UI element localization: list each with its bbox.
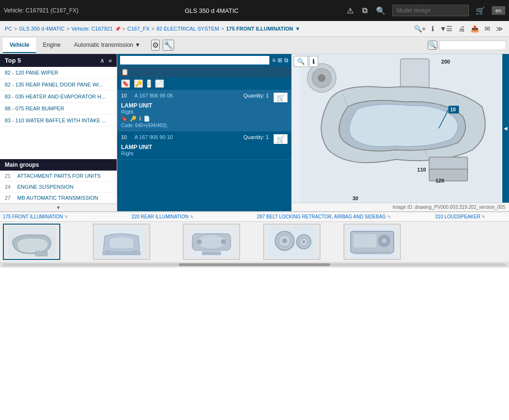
part-icon-info[interactable]: ℹ — [147, 79, 151, 88]
breadcrumb-pc[interactable]: PC — [5, 26, 12, 32]
cart-icon-top[interactable]: 🛒 — [474, 5, 487, 16]
edit-icon-2: ✎ — [387, 215, 391, 219]
top5-expand-icon[interactable]: « — [109, 57, 112, 64]
breadcrumb-electrical[interactable]: 82 ELECTRICAL SYSTEM — [156, 26, 219, 32]
tabs-search-area: 🔍 — [428, 41, 506, 50]
filter-icon[interactable]: ▼☰ — [439, 24, 454, 33]
tabs-bar: Vehicle Engine Automatic transmission ▼ … — [0, 37, 509, 54]
part-icon-bookmark[interactable]: 🔖 — [121, 79, 130, 88]
thumbnail-3[interactable] — [263, 224, 321, 260]
list-item[interactable]: 83 - 110 WATER BAFFLE WITH INTAKE ... — [0, 115, 117, 127]
breadcrumb-vehicle[interactable]: Vehicle: C167921 — [71, 26, 112, 32]
tab-tool-icon-1[interactable]: ⚙ — [151, 40, 160, 51]
center-toolbar: ≡ ⊞ ⧉ — [117, 54, 291, 66]
more-icon[interactable]: ≫ — [495, 24, 504, 33]
print-icon[interactable]: 🖨 — [457, 24, 466, 33]
tab-tool-icon-2[interactable]: 🔧 — [163, 40, 174, 51]
copy-icon[interactable]: ⧉ — [360, 5, 369, 16]
thumb-label-3[interactable]: 310 LOUDSPEAKER ✎ — [432, 214, 489, 219]
part-detail-bookmark[interactable]: 🔖 — [121, 116, 128, 122]
info-diagram-button[interactable]: ℹ — [309, 56, 318, 67]
thumbnail-4[interactable] — [343, 224, 401, 260]
panel-expand-btn[interactable]: ◀ — [502, 54, 509, 203]
grid-view-icon[interactable]: ⊞ — [277, 57, 282, 64]
thumb-label-1[interactable]: 220 REAR ILLUMINATION ✎ — [129, 214, 197, 219]
part-detail-icons-1: 🔖 🔑 ℹ 📄 — [121, 115, 288, 123]
model-search-input[interactable] — [392, 5, 469, 16]
tab-engine[interactable]: Engine — [36, 38, 67, 53]
expand-icon[interactable]: ⧉ — [284, 57, 288, 64]
svg-point-32 — [302, 240, 305, 243]
vehicle-pin-icon: 📌 — [115, 26, 121, 32]
svg-text:120: 120 — [435, 178, 444, 183]
main-group-item[interactable]: 27 MB AUTOMATIC TRANSMISSION — [0, 193, 117, 204]
list-item[interactable]: 82 - 135 REAR PANEL DOOR PANE WI... — [0, 79, 117, 91]
add-to-cart-btn-1[interactable]: 🛒 — [274, 93, 288, 102]
vehicle-info: Vehicle: C167921 (C167_FX) — [4, 7, 78, 14]
breadcrumb-c167fx[interactable]: C167_FX — [127, 26, 149, 32]
chevron-down-icon: ▼ — [135, 42, 141, 48]
part-detail-info[interactable]: ℹ — [139, 116, 141, 122]
add-to-cart-btn-2[interactable]: 🛒 — [274, 134, 288, 144]
model-name: GLS 350 d 4MATIC — [185, 7, 238, 14]
image-id-bar: Image ID: drawing_PV000.003.319.202_vers… — [292, 203, 509, 211]
search-icon-tabs[interactable]: 🔍 — [428, 41, 437, 50]
svg-point-3 — [318, 74, 325, 82]
warning-icon[interactable]: ⚠ — [345, 5, 355, 16]
part-item-1[interactable]: 10 A 167 906 98 06 Quantity: 1 🛒 LAMP UN… — [117, 90, 291, 131]
breadcrumb-toolbar: 🔍+ ℹ ▼☰ 🖨 📤 ✉ ≫ — [413, 24, 504, 33]
edit-icon-0: ✎ — [65, 215, 68, 219]
center-breadcrumb-icon[interactable]: 📋 — [121, 68, 129, 75]
thumb-label-2[interactable]: 287 BELT LOCKING RETRACTOR, AIRBAG AND S… — [254, 214, 394, 219]
part-icon-key[interactable]: 🔑 — [134, 79, 143, 88]
top5-list: 82 - 120 PANE WIPER 82 - 135 REAR PANEL … — [0, 67, 117, 159]
mail-icon[interactable]: ✉ — [484, 24, 491, 33]
tabs-search-input[interactable] — [439, 41, 506, 50]
svg-point-25 — [221, 239, 226, 244]
search-icon-top[interactable]: 🔍 — [374, 5, 387, 16]
breadcrumb-current: 175 FRONT ILLUMINATION ▼ — [226, 26, 300, 32]
thumbnail-1[interactable] — [93, 224, 150, 260]
lang-button[interactable]: en — [492, 6, 505, 15]
svg-rect-19 — [102, 251, 141, 255]
export-icon[interactable]: 📤 — [470, 24, 480, 33]
thumbnail-2[interactable] — [183, 224, 240, 260]
list-item[interactable]: 83 - 035 HEATER AND EVAPORATOR H... — [0, 91, 117, 103]
edit-icon-1: ✎ — [190, 215, 194, 219]
breadcrumb-gls[interactable]: GLS 350 d 4MATIC — [19, 26, 65, 32]
thumb-label-0[interactable]: 175 FRONT ILLUMINATION ✎ — [0, 214, 71, 219]
breadcrumb-dropdown-btn[interactable]: 175 FRONT ILLUMINATION — [226, 26, 293, 32]
center-search-input[interactable] — [120, 56, 269, 65]
right-panel: 200 10 110 120 30 🔍 ℹ ◀ — [292, 54, 509, 211]
zoom-icon[interactable]: 🔍+ — [413, 24, 427, 33]
thumbnail-labels-row: 175 FRONT ILLUMINATION ✎ 220 REAR ILLUMI… — [0, 212, 509, 222]
part-action-icons: 🔖 🔑 ℹ 📄 — [117, 77, 291, 90]
list-view-icon[interactable]: ≡ — [272, 57, 276, 64]
center-toolbar-icons: ≡ ⊞ ⧉ — [272, 57, 288, 64]
tab-vehicle[interactable]: Vehicle — [3, 38, 36, 53]
scroll-down-arrow[interactable]: ▼ — [0, 204, 117, 211]
main-groups-header: Main groups — [0, 159, 117, 171]
info-icon[interactable]: ℹ — [431, 24, 435, 33]
tab-automatic-transmission[interactable]: Automatic transmission ▼ — [67, 38, 147, 53]
edit-icon-3: ✎ — [482, 215, 486, 219]
bottom-scrollbar[interactable] — [0, 262, 509, 268]
main-group-item[interactable]: 24 ENGINE SUSPENSION — [0, 182, 117, 193]
top5-collapse-icon[interactable]: ∧ — [100, 57, 105, 64]
list-item[interactable]: 82 - 120 PANE WIPER — [0, 67, 117, 79]
part-detail-key[interactable]: 🔑 — [130, 116, 137, 122]
zoom-in-button[interactable]: 🔍 — [294, 56, 308, 67]
thumbnails-section: 175 FRONT ILLUMINATION ✎ 220 REAR ILLUMI… — [0, 212, 509, 268]
main-group-item[interactable]: 21 ATTACHMENT PARTS FOR UNITS — [0, 171, 117, 182]
top5-header: Top 5 ∧ « — [0, 54, 117, 67]
top5-header-icons: ∧ « — [100, 57, 112, 64]
center-sub-toolbar: 📋 — [117, 66, 291, 77]
thumbnail-0[interactable] — [3, 224, 60, 260]
top-bar-right: ⚠ ⧉ 🔍 🛒 en — [345, 5, 505, 16]
svg-rect-38 — [353, 251, 391, 254]
part-item-2[interactable]: 10 A 167 906 90 10 Quantity: 1 🛒 LAMP UN… — [117, 131, 291, 160]
part-detail-copy[interactable]: 📄 — [144, 116, 150, 122]
list-item[interactable]: 88 - 075 REAR BUMPER — [0, 103, 117, 115]
part-icon-copy[interactable]: 📄 — [155, 79, 164, 88]
thumbnails-row — [0, 222, 509, 262]
